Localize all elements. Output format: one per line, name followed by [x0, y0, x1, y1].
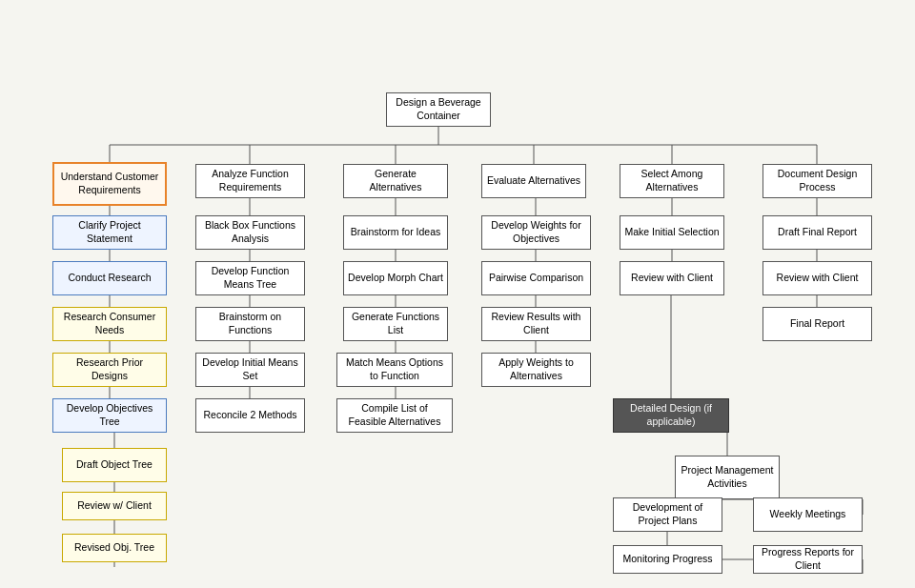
node-c4_4: Apply Weights to Alternatives: [481, 353, 591, 387]
node-c3_5: Compile List of Feasible Alternatives: [336, 398, 453, 433]
node-c2_2: Develop Function Means Tree: [195, 261, 305, 295]
node-root: Design a Beverage Container: [386, 92, 491, 127]
node-c3_2: Develop Morph Chart: [343, 261, 448, 295]
node-c2_4: Develop Initial Means Set: [195, 353, 305, 387]
node-c1_8: Revised Obj. Tree: [62, 534, 167, 562]
node-c2_3: Brainstorm on Functions: [195, 307, 305, 341]
node-col5_parent: Select Among Alternatives: [620, 164, 724, 198]
node-c4_1: Develop Weights for Objectives: [481, 215, 591, 250]
node-c2_5: Reconcile 2 Methods: [195, 398, 305, 433]
node-c1_3: Research Consumer Needs: [52, 307, 167, 341]
node-c4_2: Pairwise Comparison: [481, 261, 591, 295]
node-pm3: Weekly Meetings: [753, 497, 863, 532]
node-col1_parent: Understand Customer Requirements: [52, 162, 167, 206]
node-pm4: Progress Reports for Client: [753, 545, 863, 574]
node-c1_6: Draft Object Tree: [62, 448, 167, 482]
node-c1_4: Research Prior Designs: [52, 353, 167, 387]
node-c5_1: Make Initial Selection: [620, 215, 724, 250]
node-c3_4: Match Means Options to Function: [336, 353, 453, 387]
node-c5_2: Review with Client: [620, 261, 724, 295]
node-c2_1: Black Box Functions Analysis: [195, 215, 305, 250]
node-pm: Project Management Activities: [675, 456, 780, 499]
node-c6_2: Review with Client: [762, 261, 872, 295]
node-c4_3: Review Results with Client: [481, 307, 591, 341]
node-c3_1: Brainstorm for Ideas: [343, 215, 448, 250]
node-c6_1: Draft Final Report: [762, 215, 872, 250]
node-c6_3: Final Report: [762, 307, 872, 341]
node-c1_2: Conduct Research: [52, 261, 167, 295]
node-col2_parent: Analyze Function Requirements: [195, 164, 305, 198]
node-c1_7: Review w/ Client: [62, 492, 167, 520]
node-col3_parent: Generate Alternatives: [343, 164, 448, 198]
node-c1_5: Develop Objectives Tree: [52, 398, 167, 433]
node-c1_1: Clarify Project Statement: [52, 215, 167, 250]
node-pm1: Development of Project Plans: [613, 497, 722, 532]
node-c5_3: Detailed Design (if applicable): [613, 398, 729, 433]
node-col6_parent: Document Design Process: [762, 164, 872, 198]
node-pm2: Monitoring Progress: [613, 545, 722, 574]
wbs-diagram: Design a Beverage ContainerUnderstand Cu…: [14, 21, 901, 574]
node-col4_parent: Evaluate Alternatives: [481, 164, 586, 198]
node-c3_3: Generate Functions List: [343, 307, 448, 341]
